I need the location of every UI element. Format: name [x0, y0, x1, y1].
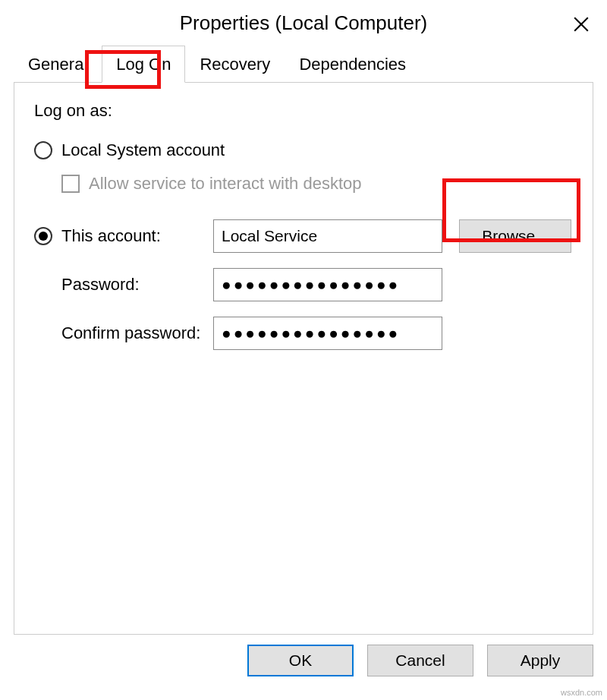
local-system-row: Local System account [34, 140, 573, 160]
logon-panel: Log on as: Local System account Allow se… [14, 82, 593, 635]
password-input[interactable]: ●●●●●●●●●●●●●●● [213, 268, 442, 301]
this-account-label: This account: [61, 226, 161, 246]
allow-interact-label: Allow service to interact with desktop [89, 174, 362, 194]
close-button[interactable] [568, 11, 595, 38]
close-icon [573, 16, 590, 33]
tab-dependencies[interactable]: Dependencies [285, 46, 420, 83]
local-system-radio[interactable] [34, 141, 52, 159]
tab-general[interactable]: General [14, 46, 102, 83]
watermark: wsxdn.com [561, 688, 602, 697]
titlebar: Properties (Local Computer) [0, 0, 607, 46]
tab-strip: General Log On Recovery Dependencies [0, 46, 607, 83]
password-mask: ●●●●●●●●●●●●●●● [214, 269, 400, 301]
browse-button[interactable]: Browse... [459, 219, 571, 253]
dialog-footer: OK Cancel Apply [0, 645, 607, 689]
tab-recovery[interactable]: Recovery [185, 46, 285, 83]
confirm-password-input[interactable]: ●●●●●●●●●●●●●●● [213, 317, 442, 350]
allow-interact-row: Allow service to interact with desktop [61, 174, 573, 194]
password-label: Password: [34, 275, 213, 295]
cancel-button[interactable]: Cancel [367, 645, 473, 676]
confirm-password-mask: ●●●●●●●●●●●●●●● [214, 317, 400, 349]
this-account-radio[interactable] [34, 227, 52, 245]
this-account-row: This account: Browse... [34, 219, 573, 253]
account-input[interactable] [213, 219, 442, 253]
this-account-cell: This account: [34, 226, 213, 246]
tab-logon[interactable]: Log On [102, 46, 185, 83]
apply-button[interactable]: Apply [487, 645, 593, 676]
local-system-label: Local System account [61, 140, 225, 160]
confirm-password-row: Confirm password: ●●●●●●●●●●●●●●● [34, 317, 573, 350]
confirm-password-label: Confirm password: [34, 323, 213, 343]
ok-button[interactable]: OK [247, 645, 354, 676]
logon-as-label: Log on as: [34, 101, 573, 121]
password-row: Password: ●●●●●●●●●●●●●●● [34, 268, 573, 301]
allow-interact-checkbox[interactable] [61, 175, 80, 193]
window-title: Properties (Local Computer) [180, 11, 428, 35]
